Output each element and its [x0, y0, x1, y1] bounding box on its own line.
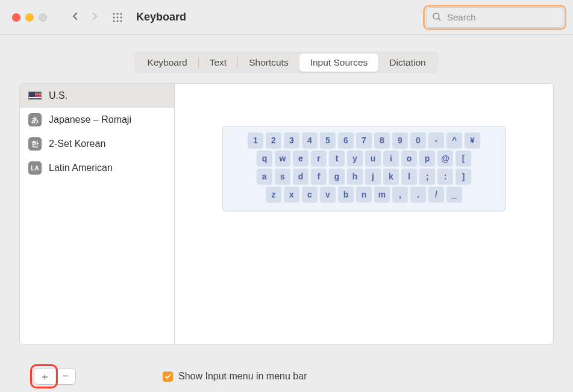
main-area: Keyboard Text Shortcuts Input Sources Di…: [0, 35, 573, 344]
add-remove-group: ＋ −: [34, 368, 76, 385]
input-source-label: Latin American: [49, 163, 113, 173]
checkbox-checked-icon: [163, 372, 173, 382]
input-source-label: 2-Set Korean: [49, 138, 105, 149]
keyboard-key: a: [257, 169, 272, 184]
keyboard-key: c: [302, 187, 318, 202]
keyboard-key: t: [329, 151, 345, 166]
zoom-window-button[interactable]: [39, 13, 47, 22]
latin-american-badge-icon: LA: [28, 161, 42, 175]
keyboard-key: f: [311, 169, 327, 184]
tab-text[interactable]: Text: [199, 54, 237, 72]
keyboard-key: ¥: [465, 132, 480, 148]
japanese-badge-icon: あ: [28, 113, 42, 126]
tab-dictation[interactable]: Dictation: [378, 54, 436, 72]
keyboard-row: 1234567890-^¥: [229, 132, 499, 148]
keyboard-key: v: [320, 187, 336, 202]
show-input-menu-checkbox[interactable]: Show Input menu in menu bar: [163, 371, 307, 382]
keyboard-key: _: [446, 187, 462, 202]
input-source-row[interactable]: LA Latin American: [20, 156, 174, 180]
keyboard-row: qwertyuiop@[: [229, 151, 499, 166]
minimize-window-button[interactable]: [25, 13, 34, 22]
svg-point-1: [117, 13, 119, 14]
keyboard-preview: 1234567890-^¥qwertyuiop@[asdfghjkl;:]zxc…: [175, 84, 553, 344]
keyboard-key: g: [329, 169, 345, 184]
keyboard-key: n: [356, 187, 372, 202]
footer-bar: ＋ − Show Input menu in menu bar: [0, 368, 573, 385]
us-flag-icon: [28, 92, 42, 100]
input-sources-list: U.S. あ Japanese – Romaji 한 2-Set Korean …: [20, 84, 175, 344]
show-all-prefs-button[interactable]: [112, 12, 123, 23]
keyboard-key: e: [293, 151, 308, 166]
input-source-row[interactable]: 한 2-Set Korean: [20, 132, 174, 156]
keyboard-key: ;: [419, 169, 435, 184]
keyboard-key: 1: [248, 132, 263, 148]
keyboard-key: d: [293, 169, 308, 184]
tabs-group: Keyboard Text Shortcuts Input Sources Di…: [134, 52, 438, 73]
svg-point-2: [121, 13, 122, 14]
search-field-wrap: [426, 7, 563, 28]
keyboard-key: 6: [338, 132, 354, 148]
svg-point-7: [117, 20, 119, 22]
keyboard-key: y: [347, 151, 363, 166]
tab-keyboard[interactable]: Keyboard: [136, 54, 198, 72]
keyboard-key: z: [266, 187, 281, 202]
keyboard-key: 0: [410, 132, 426, 148]
keyboard-key: b: [338, 187, 354, 202]
window-title: Keyboard: [136, 11, 186, 23]
input-source-row[interactable]: U.S.: [20, 84, 174, 108]
svg-point-3: [113, 16, 115, 18]
add-input-source-button[interactable]: ＋: [34, 369, 55, 384]
korean-badge-icon: 한: [28, 137, 42, 151]
keyboard-key: l: [401, 169, 417, 184]
keyboard-key: 3: [284, 132, 299, 148]
keyboard-key: o: [401, 151, 417, 166]
checkbox-label: Show Input menu in menu bar: [178, 371, 307, 382]
search-input[interactable]: [426, 7, 563, 28]
keyboard-key: x: [284, 187, 299, 202]
keyboard-key: w: [275, 151, 290, 166]
keyboard-key: 4: [302, 132, 318, 148]
keyboard-key: ,: [392, 187, 408, 202]
keyboard-key: :: [437, 169, 453, 184]
keyboard-key: .: [410, 187, 426, 202]
keyboard-key: 7: [356, 132, 372, 148]
keyboard-row: zxcvbnm,./_: [229, 187, 499, 202]
close-window-button[interactable]: [12, 13, 20, 22]
keyboard-key: 9: [392, 132, 408, 148]
tab-shortcuts[interactable]: Shortcuts: [238, 54, 299, 72]
svg-point-6: [113, 20, 115, 22]
keyboard-key: s: [275, 169, 290, 184]
nav-controls: [70, 11, 100, 23]
tab-bar: Keyboard Text Shortcuts Input Sources Di…: [8, 52, 565, 73]
input-source-row[interactable]: あ Japanese – Romaji: [20, 108, 174, 132]
svg-point-4: [117, 16, 119, 18]
keyboard-key: ^: [446, 132, 462, 148]
input-source-label: U.S.: [49, 90, 67, 101]
svg-point-0: [113, 13, 115, 14]
svg-point-5: [121, 16, 122, 18]
tab-input-sources[interactable]: Input Sources: [299, 54, 379, 72]
keyboard-key: 5: [320, 132, 336, 148]
keyboard-key: m: [374, 187, 390, 202]
keyboard-key: h: [347, 169, 363, 184]
window-controls: [12, 13, 47, 22]
keyboard-key: @: [437, 151, 453, 166]
keyboard-key: 2: [266, 132, 281, 148]
keyboard-key: [: [456, 151, 471, 166]
remove-input-source-button[interactable]: −: [55, 369, 75, 384]
keyboard-key: p: [419, 151, 435, 166]
keyboard-key: /: [428, 187, 444, 202]
input-source-label: Japanese – Romaji: [49, 114, 131, 125]
svg-point-8: [121, 20, 122, 22]
forward-button[interactable]: [89, 11, 100, 23]
keyboard-key: ]: [456, 169, 471, 184]
keyboard-key: k: [383, 169, 399, 184]
keyboard-key: r: [311, 151, 327, 166]
keyboard-key: 8: [374, 132, 390, 148]
keyboard-key: q: [257, 151, 272, 166]
keyboard-key: u: [365, 151, 381, 166]
keyboard-layout: 1234567890-^¥qwertyuiop@[asdfghjkl;:]zxc…: [222, 126, 506, 211]
content-panel: U.S. あ Japanese – Romaji 한 2-Set Korean …: [19, 83, 554, 344]
back-button[interactable]: [70, 11, 81, 23]
keyboard-key: j: [365, 169, 381, 184]
